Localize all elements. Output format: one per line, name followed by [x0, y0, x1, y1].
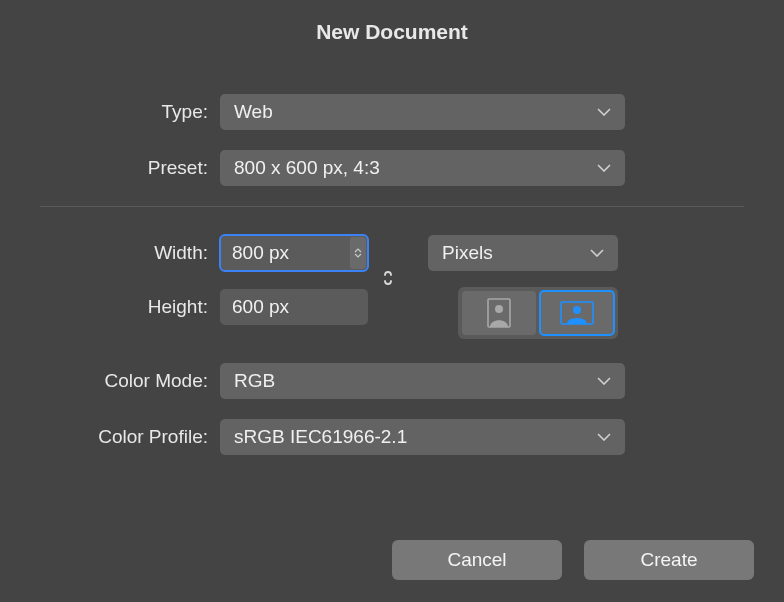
width-input[interactable]: 800 px: [220, 235, 368, 271]
width-label: Width:: [40, 242, 220, 264]
height-value: 600 px: [232, 296, 289, 318]
preset-label: Preset:: [40, 157, 220, 179]
orientation-landscape-button[interactable]: [540, 291, 614, 335]
chevron-down-icon: [597, 377, 611, 385]
chevron-down-icon: [597, 108, 611, 116]
svg-point-3: [573, 306, 581, 314]
chevron-down-icon: [590, 249, 604, 257]
type-value: Web: [234, 101, 273, 123]
color-mode-value: RGB: [234, 370, 275, 392]
units-dropdown[interactable]: Pixels: [428, 235, 618, 271]
orientation-portrait-button[interactable]: [462, 291, 536, 335]
height-input[interactable]: 600 px: [220, 289, 368, 325]
color-mode-label: Color Mode:: [40, 370, 220, 392]
svg-point-1: [495, 305, 503, 313]
units-value: Pixels: [442, 242, 493, 264]
height-label: Height:: [40, 296, 220, 318]
section-divider: [40, 206, 744, 207]
preset-dropdown[interactable]: 800 x 600 px, 4:3: [220, 150, 625, 186]
chevron-down-icon: [597, 433, 611, 441]
color-profile-dropdown[interactable]: sRGB IEC61966-2.1: [220, 419, 625, 455]
width-value: 800 px: [232, 242, 289, 264]
orientation-toggle: [458, 287, 618, 339]
width-stepper[interactable]: [350, 237, 366, 269]
type-dropdown[interactable]: Web: [220, 94, 625, 130]
create-button[interactable]: Create: [584, 540, 754, 580]
color-mode-dropdown[interactable]: RGB: [220, 363, 625, 399]
chevron-down-icon: [597, 164, 611, 172]
link-dimensions-icon[interactable]: [380, 264, 396, 297]
dialog-title: New Document: [0, 0, 784, 54]
color-profile-value: sRGB IEC61966-2.1: [234, 426, 407, 448]
cancel-button[interactable]: Cancel: [392, 540, 562, 580]
type-label: Type:: [40, 101, 220, 123]
preset-value: 800 x 600 px, 4:3: [234, 157, 380, 179]
color-profile-label: Color Profile:: [40, 426, 220, 448]
